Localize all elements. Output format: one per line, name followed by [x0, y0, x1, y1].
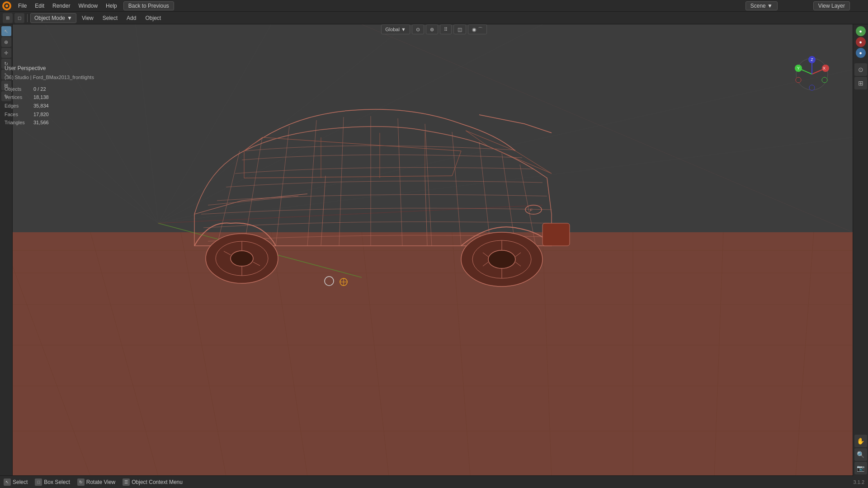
svg-rect-15: [0, 232, 853, 475]
world-properties-icon[interactable]: ●: [856, 48, 866, 58]
box-select-icon: □: [35, 479, 42, 486]
cursor-tool[interactable]: ⊕: [1, 37, 11, 47]
objects-value: 0 / 22: [33, 85, 56, 94]
center-toolbar: Global ▼ ⊙ ⊚ ⠿ ◫ ◉ ⌒: [381, 24, 487, 34]
window-menu[interactable]: Window: [75, 2, 101, 10]
edges-value: 35,834: [33, 102, 56, 110]
hand-tool-icon[interactable]: ✋: [854, 435, 867, 447]
navigation-gizmo[interactable]: X Y Z: [794, 56, 830, 92]
box-select-label: Box Select: [44, 479, 70, 485]
right-properties-toolbar: ● ● ● ⊙ ⊞ ✋ 🔍 📷: [853, 24, 868, 476]
svg-point-2: [5, 5, 8, 7]
version-badge: 3.1.2: [854, 479, 864, 485]
vertices-label: Vertices: [5, 94, 32, 102]
select-label: Select: [13, 479, 28, 485]
object-mode-dropdown[interactable]: Object Mode ▼: [30, 13, 76, 23]
add-menu[interactable]: Add: [123, 14, 140, 22]
scene-name-label: (36) Studio | Ford_BMax2013_frontlights: [5, 74, 94, 82]
zoom-icon[interactable]: 🔍: [854, 448, 867, 461]
svg-text:Y: Y: [797, 66, 800, 70]
proportional-btn[interactable]: ⊚: [426, 24, 438, 34]
svg-text:X: X: [823, 66, 826, 70]
svg-point-86: [822, 77, 827, 83]
back-to-previous-button[interactable]: Back to Previous: [123, 1, 174, 10]
help-menu[interactable]: Help: [102, 2, 121, 10]
rotate-view-label: Rotate View: [86, 479, 115, 485]
select-tool[interactable]: ↖: [1, 26, 11, 36]
viewport-shading-wire[interactable]: ◻: [14, 13, 24, 23]
xray-btn[interactable]: ◫: [453, 24, 466, 34]
view-layer-button[interactable]: View Layer: [813, 1, 850, 10]
select-menu[interactable]: Select: [99, 14, 121, 22]
edit-menu[interactable]: Edit: [31, 2, 48, 10]
context-menu-label: Object Context Menu: [132, 479, 183, 485]
rotate-view-icon: ↻: [77, 479, 85, 486]
svg-point-52: [488, 250, 515, 268]
toolbar-bar: ⊞ ◻ Object Mode ▼ View Select Add Object: [0, 12, 868, 24]
rotate-view-item: ↻ Rotate View: [77, 479, 115, 486]
object-menu[interactable]: Object: [142, 14, 165, 22]
faces-value: 17,820: [33, 111, 56, 119]
select-item: ↖ Select: [4, 479, 28, 486]
viewport-3d[interactable]: F User Perspective (36) Studio | Ford_BM…: [0, 24, 853, 475]
blender-logo: [2, 1, 12, 11]
shading-overlay-icon[interactable]: ⊙: [854, 63, 867, 76]
layout-icon[interactable]: ⊞: [3, 13, 13, 23]
overlay-dots[interactable]: ⠿: [440, 24, 452, 34]
triangles-label: Triangles: [5, 119, 32, 127]
svg-point-87: [809, 85, 815, 90]
context-menu-item: ☰ Object Context Menu: [123, 479, 183, 486]
context-menu-icon: ☰: [123, 479, 130, 486]
triangles-value: 31,566: [33, 119, 56, 127]
objects-label: Objects: [5, 85, 32, 94]
scene-selector[interactable]: Scene ▼: [745, 1, 778, 10]
view-menu[interactable]: View: [78, 14, 97, 22]
svg-point-61: [231, 251, 253, 266]
top-menu-bar: File Edit Render Window Help Back to Pre…: [0, 0, 868, 12]
svg-text:F: F: [530, 208, 533, 212]
shading-icons[interactable]: ◉ ⌒: [468, 24, 487, 34]
file-menu[interactable]: File: [14, 2, 30, 10]
faces-label: Faces: [5, 111, 32, 119]
vertices-value: 18,138: [33, 94, 56, 102]
stats-table: Objects 0 / 22 Vertices 18,138 Edges 35,…: [5, 85, 94, 127]
global-dropdown[interactable]: Global ▼: [381, 24, 410, 34]
scene-properties-icon[interactable]: ●: [856, 37, 866, 47]
box-select-item: □ Box Select: [35, 479, 70, 486]
svg-text:Z: Z: [811, 57, 813, 62]
render-menu[interactable]: Render: [49, 2, 74, 10]
viewport-info: User Perspective (36) Studio | Ford_BMax…: [5, 64, 94, 127]
filter-icon[interactable]: ⊞: [854, 77, 867, 89]
camera-view-icon[interactable]: 📷: [854, 462, 867, 474]
edges-label: Edges: [5, 102, 32, 110]
separator: [27, 14, 28, 22]
svg-rect-66: [542, 223, 570, 246]
viewport-perspective-label: User Perspective: [5, 64, 94, 73]
bottom-status-bar: ↖ Select □ Box Select ↻ Rotate View ☰ Ob…: [0, 475, 868, 488]
svg-point-85: [796, 77, 801, 83]
move-tool[interactable]: ✛: [1, 48, 11, 58]
render-properties-icon[interactable]: ●: [856, 26, 866, 36]
snap-btn[interactable]: ⊙: [412, 24, 424, 34]
viewport-background: F: [0, 24, 853, 475]
select-icon: ↖: [4, 479, 11, 486]
